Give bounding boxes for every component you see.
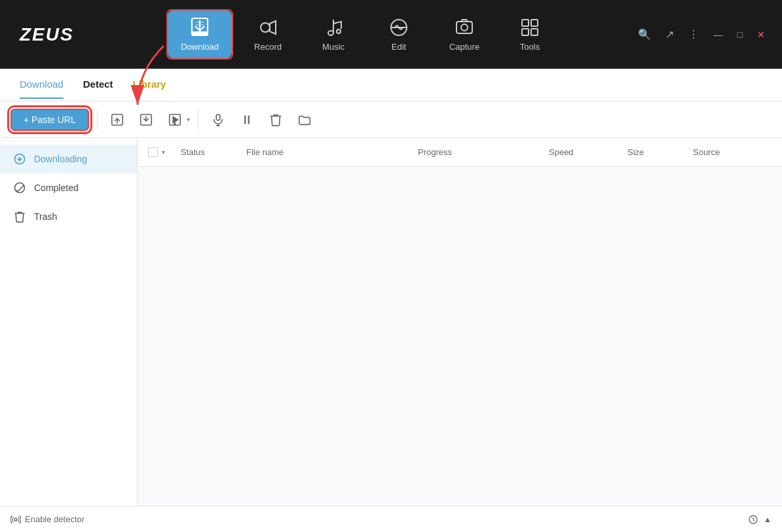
svg-point-2 <box>261 23 270 32</box>
col-header-filename: File name <box>246 147 418 157</box>
sidebar-trash-label: Trash <box>34 211 57 222</box>
svg-point-26 <box>15 183 25 193</box>
download-nav-icon <box>189 17 210 38</box>
video-download-button[interactable] <box>163 108 187 132</box>
svg-rect-11 <box>531 29 538 35</box>
close-button[interactable]: ✕ <box>753 27 769 43</box>
col-header-speed: Speed <box>549 147 627 157</box>
enable-detector-label: Enable detector <box>25 514 84 524</box>
table-header: ▾ Status File name Progress Speed Size S… <box>138 138 782 167</box>
toolbar: + Paste URL ▾ <box>0 101 782 138</box>
tab-library[interactable]: Library <box>133 71 166 99</box>
col-header-size: Size <box>627 147 693 157</box>
nav-capture-label: Capture <box>449 42 479 52</box>
sidebar: Downloading Completed Trash <box>0 138 138 506</box>
nav-music-label: Music <box>322 42 344 52</box>
share-icon[interactable]: ↗ <box>661 26 678 43</box>
minimize-button[interactable]: — <box>710 27 727 43</box>
nav-item-capture[interactable]: Capture <box>435 10 494 58</box>
download-file-button[interactable] <box>134 108 158 132</box>
tab-detect[interactable]: Detect <box>83 71 113 99</box>
record-nav-icon <box>257 17 278 38</box>
nav-item-tools[interactable]: Tools <box>500 10 559 58</box>
toolbar-separator-2 <box>198 110 198 130</box>
video-download-group[interactable]: ▾ <box>163 108 190 132</box>
pause-button[interactable] <box>235 108 259 132</box>
sidebar-completed-label: Completed <box>34 183 79 193</box>
paste-url-button[interactable]: + Paste URL <box>10 109 89 131</box>
nav-item-music[interactable]: Music <box>304 10 363 58</box>
edit-nav-icon <box>388 17 409 38</box>
col-header-source: Source <box>693 147 772 157</box>
trash-icon <box>13 210 26 223</box>
capture-nav-icon <box>454 17 475 38</box>
nav-item-edit[interactable]: Edit <box>369 10 428 58</box>
bottom-bar: Enable detector ▲ <box>0 506 782 532</box>
col-header-check: ▾ <box>148 147 181 157</box>
svg-rect-10 <box>522 29 529 35</box>
select-all-checkbox[interactable] <box>148 147 158 157</box>
svg-rect-8 <box>522 20 529 26</box>
col-header-progress: Progress <box>418 147 549 157</box>
svg-rect-19 <box>216 114 220 120</box>
sidebar-item-downloading[interactable]: Downloading <box>0 145 137 173</box>
sidebar-item-trash[interactable]: Trash <box>0 202 137 231</box>
delete-button[interactable] <box>264 108 288 132</box>
music-nav-icon <box>323 17 344 38</box>
sidebar-downloading-label: Downloading <box>34 154 87 164</box>
svg-rect-9 <box>531 20 538 26</box>
detector-icon <box>10 514 21 525</box>
col-sort-dropdown[interactable]: ▾ <box>162 149 165 156</box>
svg-point-7 <box>461 24 468 31</box>
upload-to-cloud-button[interactable] <box>105 108 129 132</box>
tools-nav-icon <box>519 17 540 38</box>
search-icon[interactable]: 🔍 <box>634 26 655 43</box>
chevron-up-icon[interactable]: ▲ <box>764 515 772 524</box>
content-area: Downloading Completed Trash ▾ <box>0 138 782 506</box>
col-header-status: Status <box>181 147 246 157</box>
tab-download[interactable]: Download <box>20 71 64 99</box>
svg-point-27 <box>14 518 17 521</box>
sidebar-item-completed[interactable]: Completed <box>0 173 137 202</box>
enable-detector-button[interactable]: Enable detector <box>10 514 84 525</box>
app-logo: ZEUS <box>0 24 94 45</box>
svg-marker-18 <box>173 116 177 122</box>
toolbar-separator-1 <box>97 110 98 130</box>
nav-item-download[interactable]: Download <box>168 10 232 58</box>
svg-point-3 <box>337 29 341 33</box>
microphone-button[interactable] <box>206 108 230 132</box>
maximize-button[interactable]: □ <box>734 27 747 43</box>
nav-edit-label: Edit <box>392 42 406 52</box>
check-icon <box>13 181 26 194</box>
svg-rect-6 <box>456 22 472 33</box>
video-download-dropdown[interactable]: ▾ <box>187 116 190 123</box>
clock-icon <box>748 514 758 525</box>
nav-item-record[interactable]: Record <box>238 10 297 58</box>
nav-tools-label: Tools <box>520 42 540 52</box>
table-body <box>138 167 782 506</box>
open-folder-button[interactable] <box>293 108 316 132</box>
svg-rect-0 <box>192 31 208 35</box>
download-circle-icon <box>13 152 26 166</box>
clock-button[interactable] <box>748 514 758 525</box>
subtab-bar: Download Detect Library <box>0 69 782 101</box>
nav-record-label: Record <box>254 42 282 52</box>
more-icon[interactable]: ⋮ <box>684 26 703 43</box>
main-panel: ▾ Status File name Progress Speed Size S… <box>138 138 782 506</box>
nav-download-label: Download <box>181 42 219 52</box>
